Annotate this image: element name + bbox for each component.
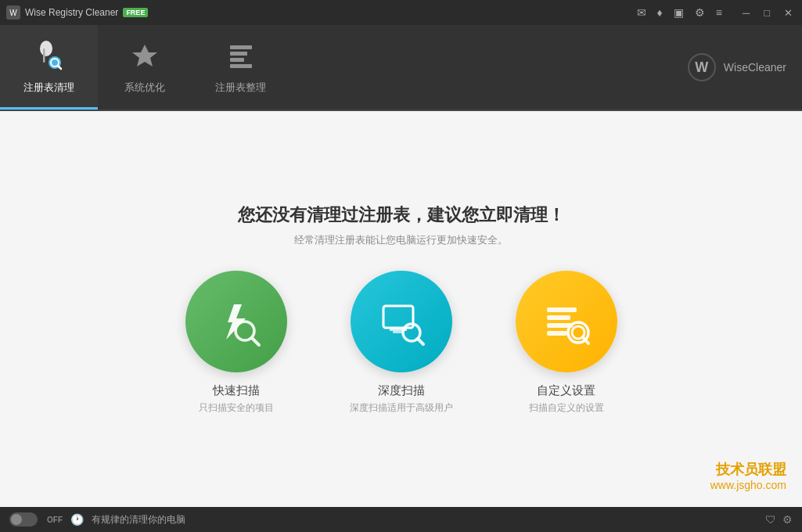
tab-registry-clean[interactable]: 注册表清理 [0, 25, 98, 110]
fast-scan-circle[interactable] [185, 271, 287, 372]
svg-rect-21 [547, 331, 567, 336]
deep-scan-desc: 深度扫描适用于高级用户 [350, 401, 453, 415]
settings-status-icon[interactable]: ⚙ [782, 513, 793, 526]
title-right: ✉ ♦ ▣ ⚙ ≡ ─ □ ✕ [637, 5, 796, 20]
fast-scan-label: 快速扫描 [213, 383, 260, 398]
title-left: W Wise Registry Cleaner FREE [6, 5, 148, 20]
menu-icon[interactable]: ≡ [716, 6, 722, 19]
tab-label-system-optimize: 系统优化 [124, 81, 165, 95]
toolbar: 注册表清理 系统优化 注册表整理 W WiseCleaner [0, 25, 802, 111]
gift-icon[interactable]: ♦ [657, 6, 663, 19]
svg-line-17 [418, 339, 423, 344]
main-headline: 您还没有清理过注册表，建议您立即清理！ [238, 203, 565, 227]
svg-text:W: W [9, 9, 17, 17]
toggle-knob [11, 514, 22, 525]
brand-logo-letter: W [695, 59, 708, 76]
custom-scan-circle[interactable] [516, 271, 617, 372]
tab-system-optimize[interactable]: 系统优化 [98, 25, 192, 110]
brand-name: WiseCleaner [724, 61, 786, 74]
action-buttons: 快速扫描 只扫描安全的项目 深度扫描 深度扫描适用于高级用户 [185, 271, 617, 415]
toggle-off-label: OFF [47, 516, 63, 524]
deep-scan-label: 深度扫描 [378, 383, 425, 398]
svg-rect-10 [230, 64, 252, 68]
status-text: 有规律的清理你的电脑 [92, 513, 185, 527]
svg-point-2 [40, 41, 52, 56]
settings-icon[interactable]: ⚙ [695, 6, 705, 19]
close-button[interactable]: ✕ [781, 5, 796, 20]
app-title: Wise Registry Cleaner [25, 7, 118, 18]
tab-label-registry-defrag: 注册表整理 [215, 81, 266, 95]
monitor-icon[interactable]: ▣ [674, 6, 684, 19]
shield-status-icon: 🛡 [765, 513, 776, 526]
clock-icon: 🕐 [70, 513, 84, 526]
svg-rect-8 [230, 52, 247, 56]
custom-scan-label: 自定义设置 [537, 383, 595, 398]
custom-scan-item[interactable]: 自定义设置 扫描自定义的设置 [516, 271, 617, 415]
window-controls: ─ □ ✕ [739, 5, 796, 20]
svg-rect-18 [547, 307, 577, 312]
brand-area: W WiseCleaner [688, 25, 802, 110]
tab-icon-registry-clean [34, 41, 64, 74]
svg-line-12 [252, 338, 259, 345]
title-bar: W Wise Registry Cleaner FREE ✉ ♦ ▣ ⚙ ≡ ─… [0, 0, 802, 25]
tab-registry-defrag[interactable]: 注册表整理 [192, 25, 290, 110]
fast-scan-desc: 只扫描安全的项目 [199, 401, 274, 415]
brand-logo: W [688, 53, 716, 81]
svg-rect-19 [547, 315, 570, 320]
statusbar: OFF 🕐 有规律的清理你的电脑 🛡 ⚙ [0, 507, 802, 532]
tab-icon-system-optimize [130, 41, 160, 74]
watermark-top: 技术员联盟 [710, 460, 786, 479]
svg-rect-9 [230, 58, 244, 62]
minimize-button[interactable]: ─ [739, 5, 753, 20]
maximize-button[interactable]: □ [761, 5, 773, 20]
main-message: 您还没有清理过注册表，建议您立即清理！ 经常清理注册表能让您电脑运行更加快速安全… [238, 203, 565, 247]
tab-label-registry-clean: 注册表清理 [23, 81, 74, 95]
svg-rect-3 [43, 49, 45, 63]
deep-scan-circle[interactable] [351, 271, 452, 372]
main-subheadline: 经常清理注册表能让您电脑运行更加快速安全。 [238, 233, 565, 247]
svg-rect-7 [230, 45, 252, 49]
watermark: 技术员联盟 www.jsgho.com [710, 460, 786, 491]
custom-scan-desc: 扫描自定义的设置 [529, 401, 604, 415]
app-icon: W [6, 5, 20, 20]
deep-scan-item[interactable]: 深度扫描 深度扫描适用于高级用户 [350, 271, 453, 415]
free-badge: FREE [123, 8, 148, 17]
tab-icon-registry-defrag [226, 41, 256, 74]
fast-scan-item[interactable]: 快速扫描 只扫描安全的项目 [185, 271, 287, 415]
svg-line-6 [58, 66, 61, 69]
mail-icon[interactable]: ✉ [637, 6, 646, 19]
schedule-toggle[interactable] [9, 512, 38, 527]
watermark-url: www.jsgho.com [710, 479, 786, 491]
main-content: 您还没有清理过注册表，建议您立即清理！ 经常清理注册表能让您电脑运行更加快速安全… [0, 111, 802, 507]
statusbar-right: 🛡 ⚙ [765, 513, 793, 526]
